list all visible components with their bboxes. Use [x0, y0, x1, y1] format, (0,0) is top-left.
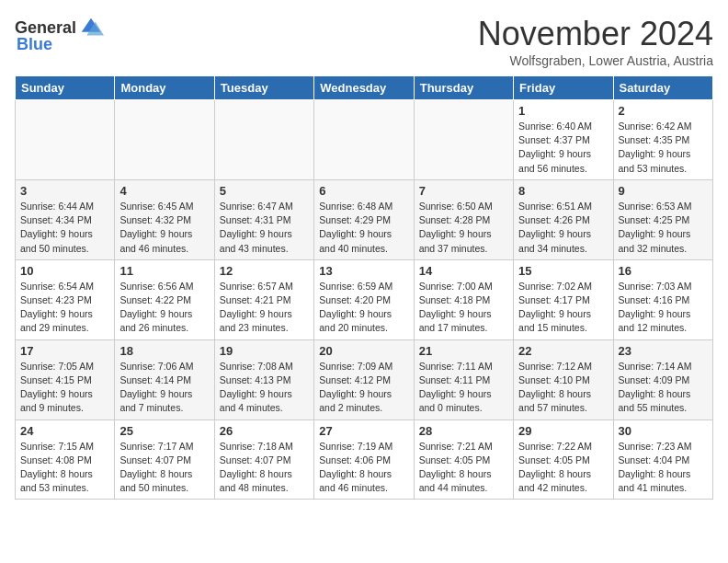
- day-number: 23: [619, 344, 708, 358]
- calendar-cell: 30Sunrise: 7:23 AM Sunset: 4:04 PM Dayli…: [613, 419, 712, 500]
- calendar-cell: 5Sunrise: 6:47 AM Sunset: 4:31 PM Daylig…: [214, 179, 313, 259]
- day-number: 4: [119, 184, 209, 198]
- cell-info: Sunrise: 6:42 AM Sunset: 4:35 PM Dayligh…: [619, 120, 708, 176]
- cell-info: Sunrise: 7:18 AM Sunset: 4:07 PM Dayligh…: [220, 440, 309, 496]
- weekday-header-row: SundayMondayTuesdayWednesdayThursdayFrid…: [16, 76, 713, 100]
- calendar-cell: [314, 100, 414, 180]
- day-number: 9: [619, 184, 708, 198]
- day-number: 3: [20, 184, 109, 198]
- cell-info: Sunrise: 7:08 AM Sunset: 4:13 PM Dayligh…: [220, 360, 309, 416]
- day-number: 18: [119, 344, 209, 358]
- cell-info: Sunrise: 7:00 AM Sunset: 4:18 PM Dayligh…: [419, 280, 508, 336]
- day-number: 5: [220, 184, 309, 198]
- calendar-week-4: 17Sunrise: 7:05 AM Sunset: 4:15 PM Dayli…: [16, 339, 713, 419]
- day-number: 16: [619, 264, 708, 278]
- cell-info: Sunrise: 6:54 AM Sunset: 4:23 PM Dayligh…: [20, 280, 109, 336]
- day-number: 24: [20, 424, 109, 438]
- cell-info: Sunrise: 7:05 AM Sunset: 4:15 PM Dayligh…: [20, 360, 109, 416]
- calendar-cell: 23Sunrise: 7:14 AM Sunset: 4:09 PM Dayli…: [613, 339, 712, 419]
- day-number: 2: [619, 104, 708, 118]
- cell-info: Sunrise: 6:57 AM Sunset: 4:21 PM Dayligh…: [220, 280, 309, 336]
- day-number: 30: [619, 424, 708, 438]
- title-block: November 2024 Wolfsgraben, Lower Austria…: [478, 15, 713, 68]
- day-number: 12: [220, 264, 309, 278]
- calendar-cell: 17Sunrise: 7:05 AM Sunset: 4:15 PM Dayli…: [16, 339, 115, 419]
- cell-info: Sunrise: 6:59 AM Sunset: 4:20 PM Dayligh…: [319, 280, 408, 336]
- calendar-cell: 29Sunrise: 7:22 AM Sunset: 4:05 PM Dayli…: [514, 419, 613, 500]
- cell-info: Sunrise: 7:12 AM Sunset: 4:10 PM Dayligh…: [518, 360, 608, 416]
- calendar-cell: 27Sunrise: 7:19 AM Sunset: 4:06 PM Dayli…: [314, 419, 414, 500]
- cell-info: Sunrise: 7:17 AM Sunset: 4:07 PM Dayligh…: [119, 440, 209, 496]
- cell-info: Sunrise: 7:02 AM Sunset: 4:17 PM Dayligh…: [518, 280, 608, 336]
- weekday-header-monday: Monday: [115, 76, 214, 100]
- calendar-cell: 21Sunrise: 7:11 AM Sunset: 4:11 PM Dayli…: [414, 339, 513, 419]
- calendar-cell: [115, 100, 214, 180]
- logo-blue-text: Blue: [17, 35, 52, 54]
- calendar-cell: 25Sunrise: 7:17 AM Sunset: 4:07 PM Dayli…: [115, 419, 214, 500]
- day-number: 15: [518, 264, 608, 278]
- calendar-cell: 12Sunrise: 6:57 AM Sunset: 4:21 PM Dayli…: [214, 259, 313, 339]
- calendar-cell: [414, 100, 513, 180]
- cell-info: Sunrise: 6:47 AM Sunset: 4:31 PM Dayligh…: [220, 200, 309, 256]
- calendar-cell: 22Sunrise: 7:12 AM Sunset: 4:10 PM Dayli…: [514, 339, 613, 419]
- calendar-week-2: 3Sunrise: 6:44 AM Sunset: 4:34 PM Daylig…: [16, 179, 713, 259]
- cell-info: Sunrise: 7:23 AM Sunset: 4:04 PM Dayligh…: [619, 440, 708, 496]
- cell-info: Sunrise: 7:21 AM Sunset: 4:05 PM Dayligh…: [419, 440, 508, 496]
- weekday-header-friday: Friday: [514, 76, 613, 100]
- day-number: 27: [319, 424, 408, 438]
- weekday-header-thursday: Thursday: [414, 76, 513, 100]
- calendar-cell: 3Sunrise: 6:44 AM Sunset: 4:34 PM Daylig…: [16, 179, 115, 259]
- day-number: 29: [518, 424, 608, 438]
- calendar-cell: 8Sunrise: 6:51 AM Sunset: 4:26 PM Daylig…: [514, 179, 613, 259]
- cell-info: Sunrise: 6:48 AM Sunset: 4:29 PM Dayligh…: [319, 200, 408, 256]
- day-number: 19: [220, 344, 309, 358]
- logo: General Blue: [15, 15, 104, 54]
- calendar-cell: 24Sunrise: 7:15 AM Sunset: 4:08 PM Dayli…: [16, 419, 115, 500]
- cell-info: Sunrise: 7:11 AM Sunset: 4:11 PM Dayligh…: [419, 360, 508, 416]
- calendar-cell: 7Sunrise: 6:50 AM Sunset: 4:28 PM Daylig…: [414, 179, 513, 259]
- calendar-cell: 13Sunrise: 6:59 AM Sunset: 4:20 PM Dayli…: [314, 259, 414, 339]
- cell-info: Sunrise: 6:44 AM Sunset: 4:34 PM Dayligh…: [20, 200, 109, 256]
- weekday-header-sunday: Sunday: [16, 76, 115, 100]
- calendar-week-5: 24Sunrise: 7:15 AM Sunset: 4:08 PM Dayli…: [16, 419, 713, 500]
- calendar-cell: [16, 100, 115, 180]
- calendar-cell: 14Sunrise: 7:00 AM Sunset: 4:18 PM Dayli…: [414, 259, 513, 339]
- cell-info: Sunrise: 7:19 AM Sunset: 4:06 PM Dayligh…: [319, 440, 408, 496]
- cell-info: Sunrise: 7:03 AM Sunset: 4:16 PM Dayligh…: [619, 280, 708, 336]
- cell-info: Sunrise: 7:14 AM Sunset: 4:09 PM Dayligh…: [619, 360, 708, 416]
- cell-info: Sunrise: 6:56 AM Sunset: 4:22 PM Dayligh…: [119, 280, 209, 336]
- calendar-cell: 16Sunrise: 7:03 AM Sunset: 4:16 PM Dayli…: [613, 259, 712, 339]
- day-number: 17: [20, 344, 109, 358]
- day-number: 6: [319, 184, 408, 198]
- logo-icon: [78, 15, 104, 40]
- cell-info: Sunrise: 6:51 AM Sunset: 4:26 PM Dayligh…: [518, 200, 608, 256]
- calendar-cell: 19Sunrise: 7:08 AM Sunset: 4:13 PM Dayli…: [214, 339, 313, 419]
- calendar-cell: [214, 100, 313, 180]
- cell-info: Sunrise: 7:09 AM Sunset: 4:12 PM Dayligh…: [319, 360, 408, 416]
- calendar-cell: 20Sunrise: 7:09 AM Sunset: 4:12 PM Dayli…: [314, 339, 414, 419]
- calendar-cell: 15Sunrise: 7:02 AM Sunset: 4:17 PM Dayli…: [514, 259, 613, 339]
- cell-info: Sunrise: 6:53 AM Sunset: 4:25 PM Dayligh…: [619, 200, 708, 256]
- month-title: November 2024: [478, 15, 713, 53]
- day-number: 14: [419, 264, 508, 278]
- weekday-header-tuesday: Tuesday: [214, 76, 313, 100]
- day-number: 22: [518, 344, 608, 358]
- calendar-cell: 9Sunrise: 6:53 AM Sunset: 4:25 PM Daylig…: [613, 179, 712, 259]
- day-number: 8: [518, 184, 608, 198]
- calendar-cell: 2Sunrise: 6:42 AM Sunset: 4:35 PM Daylig…: [613, 100, 712, 180]
- page-header: General Blue November 2024 Wolfsgraben, …: [15, 15, 713, 68]
- day-number: 28: [419, 424, 508, 438]
- cell-info: Sunrise: 7:06 AM Sunset: 4:14 PM Dayligh…: [119, 360, 209, 416]
- cell-info: Sunrise: 6:45 AM Sunset: 4:32 PM Dayligh…: [119, 200, 209, 256]
- calendar-cell: 11Sunrise: 6:56 AM Sunset: 4:22 PM Dayli…: [115, 259, 214, 339]
- calendar-cell: 4Sunrise: 6:45 AM Sunset: 4:32 PM Daylig…: [115, 179, 214, 259]
- cell-info: Sunrise: 7:22 AM Sunset: 4:05 PM Dayligh…: [518, 440, 608, 496]
- day-number: 1: [518, 104, 608, 118]
- day-number: 20: [319, 344, 408, 358]
- calendar-week-3: 10Sunrise: 6:54 AM Sunset: 4:23 PM Dayli…: [16, 259, 713, 339]
- calendar-week-1: 1Sunrise: 6:40 AM Sunset: 4:37 PM Daylig…: [16, 100, 713, 180]
- calendar-cell: 26Sunrise: 7:18 AM Sunset: 4:07 PM Dayli…: [214, 419, 313, 500]
- day-number: 11: [119, 264, 209, 278]
- day-number: 21: [419, 344, 508, 358]
- day-number: 10: [20, 264, 109, 278]
